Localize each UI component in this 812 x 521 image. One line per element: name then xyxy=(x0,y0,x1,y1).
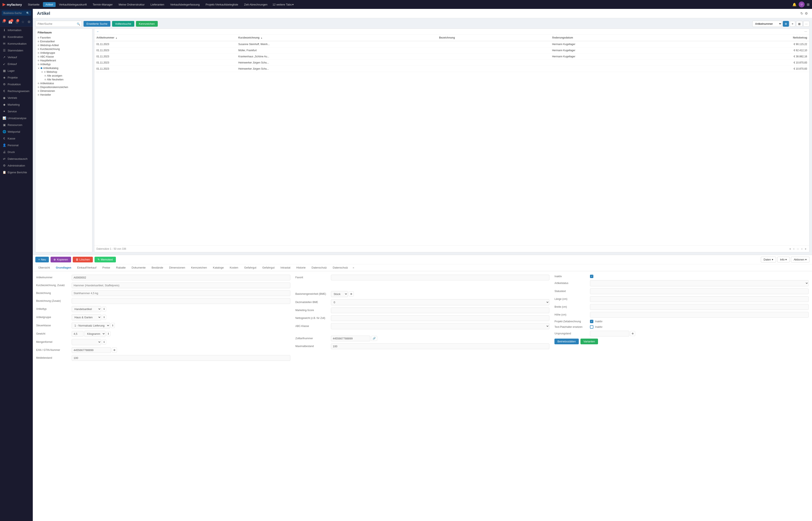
laenge-input[interactable] xyxy=(590,296,809,302)
zolltarifnummer-link-btn[interactable]: 🔗 xyxy=(371,336,377,341)
artikeltyp-select[interactable]: Handelsartikel xyxy=(72,306,101,312)
bme-select[interactable]: Stück xyxy=(331,291,348,297)
artikeltyp-info-btn[interactable]: ℹ xyxy=(102,307,106,312)
filter-item-artikelkatalog[interactable]: ▼ Artikelkatalog xyxy=(38,66,90,70)
projekt-zeitabrechnung-checkbox[interactable]: ✓ xyxy=(590,320,593,323)
marketing-score-input[interactable] xyxy=(331,308,550,313)
filter-item-webshop-sub[interactable]: ▼ Webshop xyxy=(38,70,90,74)
bme-copy-btn[interactable]: ⊕ xyxy=(349,291,354,296)
sidebar-item-lager[interactable]: ▦ Lager xyxy=(0,67,33,74)
aktionen-dropdown[interactable]: Aktionen ▾ xyxy=(791,257,809,263)
filter-item-hersteller[interactable]: Hersteller xyxy=(38,93,90,97)
varianten-button[interactable]: Varianten xyxy=(580,339,598,344)
table-row[interactable]: 01.11.2023 Müller, Frankfurt Hermann Kug… xyxy=(94,47,809,53)
steuerklasse-select[interactable]: 1 - Normalsatz Lieferung xyxy=(72,322,110,329)
page-first-btn[interactable]: « xyxy=(789,247,792,251)
ursprungsland-input[interactable] xyxy=(590,331,629,337)
nettogewicht-input[interactable] xyxy=(331,315,550,321)
filter-item-webshop[interactable]: Webshop-Artikel xyxy=(38,43,90,47)
filter-item-dispokennzeichen[interactable]: Dispositionskennzeichen xyxy=(38,85,90,89)
search-input[interactable] xyxy=(35,21,82,27)
sidebar-item-webportal[interactable]: 🌐 Webportal xyxy=(0,128,33,135)
steuerklasse-info-btn[interactable]: ℹ xyxy=(111,323,115,328)
tab-kosten[interactable]: Kosten xyxy=(227,264,241,271)
tab-kennzeichen[interactable]: Kennzeichen xyxy=(188,264,210,271)
breite-input[interactable] xyxy=(590,304,809,310)
sidebar-item-stammdaten[interactable]: ☰ Stammdaten xyxy=(0,47,33,54)
user-menu-icon[interactable]: ⊞ xyxy=(807,3,809,6)
filter-item-dimensionen[interactable]: Dimensionen xyxy=(38,89,90,93)
abc-klasse-select[interactable] xyxy=(331,323,550,329)
favorit-input[interactable] xyxy=(331,275,550,280)
ursprungsland-link-btn[interactable]: ⊕ xyxy=(630,331,635,336)
col-nettobetrag[interactable]: Nettobetrag xyxy=(705,35,809,41)
nav-tab-verkaufsbelegauskunft[interactable]: Verkaufsbelegauskunft xyxy=(56,2,90,7)
sidebar-item-information[interactable]: ℹ Information xyxy=(0,27,33,33)
hoehe-input[interactable] xyxy=(590,312,809,318)
zolltarifnummer-input[interactable] xyxy=(331,336,370,341)
sidebar-item-rechnungswesen[interactable]: € Rechnungswesen xyxy=(0,88,33,94)
nav-tab-zeit[interactable]: Zeit-Abrechnungen xyxy=(241,2,270,7)
filter-item-artikelstatus[interactable]: Artikelstatus xyxy=(38,82,90,85)
sidebar-item-einkauf[interactable]: ↙ Einkauf xyxy=(0,61,33,67)
ean-input[interactable] xyxy=(72,347,111,353)
sidebar-item-administration[interactable]: ⚙ Administration xyxy=(0,162,33,169)
tab-preise[interactable]: Preise xyxy=(99,264,113,271)
table-view-btn[interactable]: ▦ xyxy=(796,21,803,27)
tab-bestaende[interactable]: Bestände xyxy=(149,264,166,271)
page-settings-icon[interactable]: ⚙ xyxy=(805,12,808,16)
sidebar-item-projekte[interactable]: ◈ Projekte xyxy=(0,74,33,81)
mengenformel-info-btn[interactable]: ℹ xyxy=(102,339,106,344)
meldebestand-input[interactable] xyxy=(72,355,290,361)
sidebar-item-marketing[interactable]: ◆ Marketing xyxy=(0,101,33,108)
tab-historie[interactable]: Historie xyxy=(293,264,309,271)
filter-item-alle-neuheiten[interactable]: Alle Neuheiten xyxy=(38,78,90,82)
favorites-sidebar-btn[interactable]: ☆ xyxy=(21,19,25,25)
sidebar-item-produktion[interactable]: ⚙ Produktion xyxy=(0,81,33,88)
user-avatar[interactable]: U xyxy=(799,1,805,7)
calendar-sidebar-btn[interactable]: 📅3 xyxy=(7,19,13,25)
table-row[interactable]: 01.11.2023 Krankenhaus „Schöne Au... Her… xyxy=(94,53,809,60)
filter-item-artikeltyp[interactable]: Artikeltyp xyxy=(38,63,90,66)
sidebar-item-koordination[interactable]: ⊞ Koordination xyxy=(0,33,33,40)
more-options-btn[interactable]: ··· xyxy=(803,21,809,27)
sidebar-item-kommunikation[interactable]: ✉ Kommunikation xyxy=(0,40,33,47)
tab-einkauf-verkauf[interactable]: Einkauf/Verkauf xyxy=(74,264,99,271)
filter-item-einmalartikel[interactable]: Einmalartikel xyxy=(38,40,90,43)
text-platzhalter-checkbox[interactable]: ✓ xyxy=(590,325,593,329)
gewicht-input[interactable] xyxy=(72,331,83,337)
refresh-icon[interactable]: ↻ xyxy=(801,12,803,16)
statustext-input[interactable] xyxy=(590,289,809,294)
list-more-button[interactable]: ··· xyxy=(804,30,807,33)
filter-item-alle-anzeigen[interactable]: Alle anzeigen xyxy=(38,74,90,78)
artikelnummer-input[interactable] xyxy=(72,275,290,280)
search-icon[interactable]: 🔍 xyxy=(77,22,80,25)
nav-tab-verkaufsbelegerfassung[interactable]: Verkaufsbelegerfassung xyxy=(168,2,202,7)
sidebar-item-umsatzanalyse[interactable]: 📊 Umsatzanalyse xyxy=(0,115,33,121)
nav-tab-startseite[interactable]: Startseite xyxy=(25,2,42,7)
sidebar-item-kasse[interactable]: € Kasse xyxy=(0,135,33,142)
gewicht-unit-select[interactable]: Kilogramm xyxy=(85,331,105,337)
filter-item-hauptlieferant[interactable]: Hauptlieferant xyxy=(38,59,90,63)
tab-rabatte[interactable]: Rabatte xyxy=(113,264,129,271)
notifications-icon[interactable]: 🔔 xyxy=(792,3,796,6)
erweiterte-suche-button[interactable]: Erweiterte Suche xyxy=(83,21,111,27)
sidebar-item-service[interactable]: ✦ Service xyxy=(0,108,33,115)
copy-button[interactable]: ⊕ Kopieren xyxy=(50,257,71,263)
sidebar-item-datenaustausch[interactable]: ⇄ Datenaustausch xyxy=(0,155,33,162)
dezimalstellen-select[interactable]: 0 xyxy=(331,299,550,305)
artikelgruppe-select[interactable]: Haus & Garten xyxy=(72,314,101,320)
list-view-btn[interactable]: ≡ xyxy=(790,21,795,27)
col-kurzbezeichnung[interactable]: Kurzbezeichnung ▲ xyxy=(236,35,437,41)
settings-sidebar-btn[interactable]: ⚙ xyxy=(27,19,31,25)
sidebar-item-eigene-berichte[interactable]: 📋 Eigene Berichte xyxy=(0,169,33,176)
volltextsuche-button[interactable]: Volltextsuche xyxy=(112,21,134,27)
kennzeichen-button[interactable]: Kennzeichen xyxy=(136,21,158,27)
col-aenderungsdatum[interactable]: Änderungsdatum xyxy=(550,35,705,41)
page-last-btn[interactable]: » xyxy=(804,247,807,251)
nav-more-tabs[interactable]: 12 weitere Tabs ▾ xyxy=(271,2,295,7)
business-search-box[interactable]: Business-Suche 🔍 xyxy=(2,10,31,16)
sidebar-item-ressourcen[interactable]: ▣ Ressourcen xyxy=(0,121,33,128)
sidebar-item-verkauf[interactable]: ↗ Verkauf xyxy=(0,54,33,61)
kurzbezeichnung-input[interactable] xyxy=(72,282,290,288)
